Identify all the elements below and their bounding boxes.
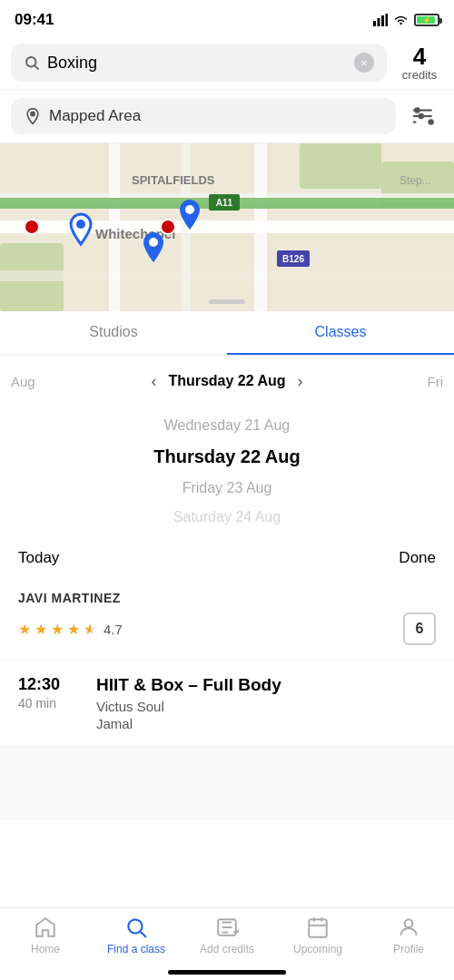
- map-svg: A11 B126 SPITALFIELDS Whitechapel Step..…: [0, 143, 454, 311]
- class-card-1[interactable]: 12:30 40 min HIIT & Box – Full Body Vict…: [0, 661, 454, 747]
- star-1: ★: [18, 621, 31, 638]
- done-button[interactable]: Done: [399, 549, 436, 567]
- svg-text:SPITALFIELDS: SPITALFIELDS: [132, 173, 215, 187]
- search-header: Boxing × 4 credits: [0, 36, 454, 90]
- nav-profile-label: Profile: [393, 943, 424, 956]
- search-input-value: Boxing: [47, 54, 347, 73]
- svg-rect-3: [386, 14, 389, 26]
- svg-point-45: [405, 919, 413, 927]
- svg-rect-25: [254, 143, 267, 311]
- star-3: ★: [51, 621, 64, 638]
- location-icon: [24, 107, 42, 125]
- home-icon: [34, 916, 57, 939]
- svg-point-36: [185, 205, 194, 214]
- date-current: Thursday 22 Aug: [168, 373, 285, 389]
- nav-upcoming-label: Upcoming: [293, 943, 342, 956]
- status-bar: 09:41 ⚡: [0, 0, 454, 36]
- signal-icon: [373, 14, 388, 26]
- star-4: ★: [67, 621, 80, 638]
- status-time: 09:41: [15, 11, 54, 29]
- svg-line-40: [141, 932, 146, 937]
- nav-home-label: Home: [31, 943, 60, 956]
- svg-point-15: [419, 114, 423, 118]
- profile-icon: [397, 916, 420, 939]
- date-prev-arrow[interactable]: ‹: [139, 367, 168, 396]
- class-title: HIIT & Box – Full Body: [96, 675, 436, 695]
- svg-point-33: [25, 220, 39, 234]
- nav-add-credits-label: Add credits: [200, 943, 254, 956]
- battery-icon: ⚡: [414, 14, 439, 26]
- svg-rect-20: [0, 220, 454, 233]
- filter-button[interactable]: [405, 97, 443, 135]
- credits-label: credits: [402, 68, 437, 82]
- credits-number: 4: [413, 44, 426, 68]
- today-label[interactable]: Today: [18, 549, 59, 567]
- date-item-1[interactable]: Thursday 22 Aug: [153, 443, 301, 471]
- svg-point-4: [26, 57, 36, 67]
- instructor-row: JAVI MARTINEZ: [18, 591, 436, 605]
- svg-text:B126: B126: [282, 254, 304, 264]
- date-scroll[interactable]: Wednesday 21 Aug Thursday 22 Aug Friday …: [0, 407, 454, 540]
- find-class-icon: [124, 916, 148, 939]
- date-next-label: Fri: [428, 374, 444, 389]
- nav-find-label: Find a class: [107, 943, 165, 956]
- clear-search-button[interactable]: ×: [354, 53, 374, 73]
- search-box[interactable]: Boxing ×: [11, 44, 387, 82]
- spots-badge: 6: [403, 612, 436, 645]
- svg-point-39: [128, 919, 142, 933]
- svg-point-37: [149, 238, 158, 247]
- svg-text:Step...: Step...: [400, 174, 431, 187]
- add-credits-icon: [215, 916, 239, 939]
- search-icon: [24, 54, 40, 71]
- upcoming-icon: [306, 916, 330, 939]
- stars-row: ★ ★ ★ ★ ★★ 4.7: [18, 621, 123, 638]
- wifi-icon: [393, 14, 409, 26]
- date-item-3[interactable]: Saturday 24 Aug: [173, 505, 281, 529]
- nav-profile[interactable]: Profile: [363, 916, 454, 956]
- today-done-row: Today Done: [0, 540, 454, 576]
- location-value: Mapped Area: [49, 107, 141, 125]
- svg-point-35: [76, 220, 85, 229]
- svg-rect-0: [373, 21, 376, 26]
- svg-line-5: [35, 65, 38, 69]
- nav-upcoming[interactable]: Upcoming: [272, 916, 363, 956]
- tab-studios[interactable]: Studios: [0, 311, 227, 355]
- star-5: ★★: [84, 621, 96, 638]
- svg-point-6: [31, 112, 35, 115]
- rating-value: 4.7: [104, 622, 123, 637]
- credits-display: 4 credits: [396, 44, 443, 82]
- class-time-col: 12:30 40 min: [18, 675, 82, 710]
- svg-point-34: [161, 220, 175, 234]
- bottom-nav: Home Find a class Add credits Upcoming P…: [0, 907, 454, 980]
- filter-icon: [412, 104, 436, 128]
- class-card-0[interactable]: JAVI MARTINEZ ★ ★ ★ ★ ★★ 4.7 6: [0, 576, 454, 661]
- nav-find-class[interactable]: Find a class: [91, 916, 182, 956]
- star-2: ★: [35, 621, 47, 638]
- svg-rect-18: [300, 143, 381, 189]
- date-prev-label: Aug: [11, 374, 35, 389]
- date-item-0[interactable]: Wednesday 21 Aug: [164, 414, 290, 437]
- class-instructor-name: Jamal: [96, 716, 436, 731]
- map-container[interactable]: A11 B126 SPITALFIELDS Whitechapel Step..…: [0, 143, 454, 311]
- tabs-row: Studios Classes: [0, 311, 454, 356]
- date-item-2[interactable]: Friday 23 Aug: [183, 476, 272, 500]
- nav-add-credits[interactable]: Add credits: [182, 916, 272, 956]
- status-icons: ⚡: [373, 14, 439, 26]
- tab-classes[interactable]: Classes: [227, 311, 454, 355]
- class-info-col: HIIT & Box – Full Body Victus Soul Jamal: [96, 675, 436, 731]
- location-input[interactable]: Mapped Area: [11, 98, 396, 134]
- svg-rect-1: [378, 18, 380, 26]
- instructor-name: JAVI MARTINEZ: [18, 591, 121, 605]
- classes-list: JAVI MARTINEZ ★ ★ ★ ★ ★★ 4.7 6 12:30 40 …: [0, 576, 454, 819]
- class-studio: Victus Soul: [96, 699, 436, 714]
- nav-home[interactable]: Home: [0, 916, 91, 956]
- date-navigation: Aug ‹ Thursday 22 Aug › Fri: [0, 356, 454, 407]
- location-row: Mapped Area: [0, 90, 454, 143]
- svg-rect-2: [381, 15, 384, 26]
- svg-rect-41: [309, 919, 327, 937]
- class-duration: 40 min: [18, 696, 82, 710]
- date-next-arrow[interactable]: ›: [286, 367, 315, 396]
- svg-rect-22: [0, 270, 454, 281]
- drag-handle[interactable]: [209, 299, 245, 304]
- class-time: 12:30: [18, 675, 82, 694]
